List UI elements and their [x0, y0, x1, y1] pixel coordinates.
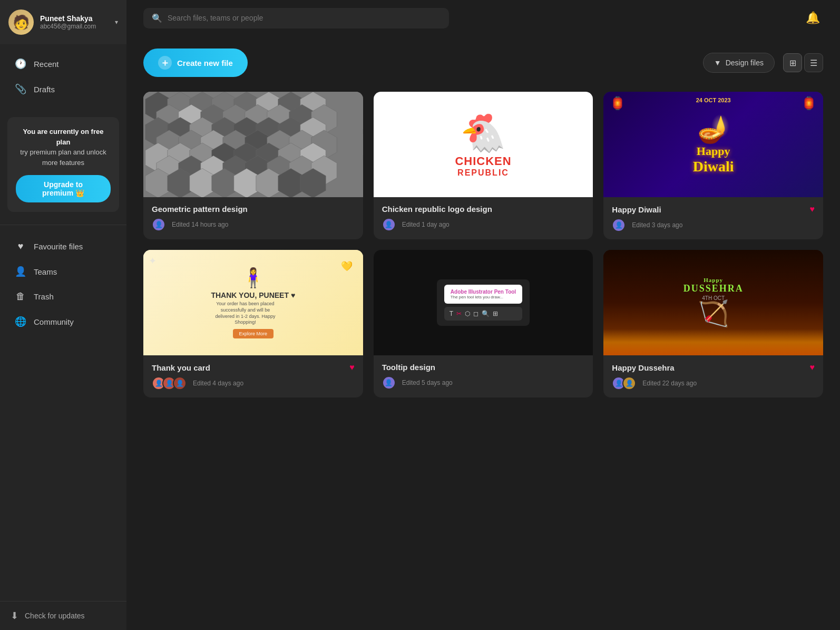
- upgrade-button[interactable]: Upgrade to premium 👑: [16, 175, 111, 202]
- create-button-label: Create new file: [177, 59, 233, 67]
- file-meta: 👤 Edited 1 day ago: [382, 218, 585, 231]
- file-meta: 👤 Edited 5 days ago: [382, 376, 585, 390]
- file-card-info: Geometric pattern design 👤 Edited 14 hou…: [143, 197, 363, 239]
- file-avatars: 👤: [382, 218, 393, 231]
- check-updates-label: Check for updates: [25, 612, 85, 620]
- file-meta: 👤 👤 Edited 22 days ago: [612, 376, 815, 390]
- file-thumbnail: 🧍‍♀️ THANK YOU, PUNEET ♥ Your order has …: [143, 250, 363, 355]
- notification-button[interactable]: 🔔: [802, 7, 823, 28]
- avatar: 🧑: [8, 9, 34, 35]
- files-grid: Geometric pattern design 👤 Edited 14 hou…: [143, 92, 823, 398]
- promo-text: You are currently on free plantry premiu…: [16, 127, 111, 168]
- sidebar-item-community-label: Community: [34, 317, 74, 326]
- teams-icon: 👤: [15, 266, 26, 277]
- avatar: 👤: [382, 376, 396, 390]
- content-area: ＋ Create new file ▼ Design files ⊞ ☰ Geo…: [126, 36, 840, 410]
- sidebar-item-favourites[interactable]: ♥ Favourite files: [4, 235, 122, 258]
- trash-icon: 🗑: [15, 291, 26, 302]
- sidebar: 🧑 Puneet Shakya abc456@gmail.com ▾ 🕐 Rec…: [0, 0, 126, 630]
- sidebar-item-teams[interactable]: 👤 Teams: [4, 259, 122, 284]
- filter-button[interactable]: ▼ Design files: [703, 53, 775, 73]
- file-thumbnail: 🐔 CHICKEN REPUBLIC: [374, 92, 593, 197]
- file-thumbnail: 24 OCT 2023 🪔 Happy Diwali 🏮 🏮: [603, 92, 823, 197]
- toolbar-row: ＋ Create new file ▼ Design files ⊞ ☰: [143, 49, 823, 77]
- filter-icon: ▼: [714, 59, 721, 67]
- file-title: Tooltip design: [382, 363, 435, 372]
- file-meta: 👤 Edited 14 hours ago: [152, 218, 355, 231]
- file-avatars: 👤: [152, 218, 162, 231]
- heart-icon: ♥: [349, 363, 355, 372]
- sidebar-footer-updates[interactable]: ⬇ Check for updates: [0, 601, 126, 630]
- heart-icon: ♥: [809, 363, 815, 372]
- search-icon: 🔍: [152, 13, 162, 23]
- file-avatars: 👤: [612, 218, 622, 232]
- sidebar-item-drafts-label: Drafts: [34, 85, 55, 94]
- sidebar-item-trash[interactable]: 🗑 Trash: [4, 285, 122, 308]
- sidebar-item-teams-label: Teams: [34, 267, 57, 276]
- avatar: 👤: [382, 218, 396, 231]
- file-title: Chicken republic logo design: [382, 205, 492, 214]
- file-card-tooltip[interactable]: Adobe Illustrator Pen Tool The pen tool …: [374, 250, 593, 398]
- avatar: 👤: [612, 218, 626, 232]
- file-card-diwali[interactable]: 24 OCT 2023 🪔 Happy Diwali 🏮 🏮 Happy Diw…: [603, 92, 823, 239]
- file-title: Happy Diwali: [612, 205, 661, 214]
- promo-block: You are currently on free plantry premiu…: [7, 117, 119, 212]
- user-profile[interactable]: 🧑 Puneet Shakya abc456@gmail.com ▾: [0, 0, 126, 44]
- search-input[interactable]: [168, 14, 441, 22]
- user-email: abc456@gmail.com: [40, 23, 109, 30]
- sidebar-bottom-nav: ♥ Favourite files 👤 Teams 🗑 Trash 🌐 Comm…: [0, 229, 126, 339]
- view-toggle: ⊞ ☰: [783, 53, 823, 72]
- sidebar-item-trash-label: Trash: [34, 292, 54, 301]
- download-icon: ⬇: [11, 610, 18, 622]
- file-title: Geometric pattern design: [152, 205, 248, 214]
- file-avatars: 👤 👤: [612, 376, 633, 390]
- filter-label: Design files: [726, 59, 764, 67]
- avatar: 👤: [622, 376, 636, 390]
- grid-view-button[interactable]: ⊞: [783, 53, 802, 72]
- file-card-info: Thank you card ♥ 👤 👤 👤 Edited 4 days ago: [143, 355, 363, 398]
- file-card-info: Chicken republic logo design 👤 Edited 1 …: [374, 197, 593, 239]
- clock-icon: 🕐: [15, 58, 26, 70]
- file-card-thankyou[interactable]: 🧍‍♀️ THANK YOU, PUNEET ♥ Your order has …: [143, 250, 363, 398]
- heart-icon: ♥: [15, 241, 26, 252]
- heart-icon: ♥: [809, 205, 815, 214]
- list-view-button[interactable]: ☰: [804, 53, 823, 72]
- sidebar-item-recent-label: Recent: [34, 60, 59, 69]
- plus-icon: ＋: [158, 56, 172, 70]
- search-bar[interactable]: 🔍: [143, 8, 449, 28]
- avatar: 👤: [173, 376, 187, 390]
- file-edited: Edited 5 days ago: [402, 379, 453, 386]
- file-edited: Edited 22 days ago: [642, 380, 697, 387]
- main-content: 🔍 🔔 ＋ Create new file ▼ Design files ⊞ ☰: [126, 0, 840, 630]
- file-meta: 👤 Edited 3 days ago: [612, 218, 815, 232]
- file-card-dussehra[interactable]: Happy DUSSEHRA 4TH OCT 🏹 Happy Dussehra …: [603, 250, 823, 398]
- file-meta: 👤 👤 👤 Edited 4 days ago: [152, 376, 355, 390]
- file-edited: Edited 3 days ago: [632, 221, 682, 229]
- file-card-info: Happy Dussehra ♥ 👤 👤 Edited 22 days ago: [603, 355, 823, 398]
- file-edited: Edited 1 day ago: [402, 221, 450, 228]
- file-avatars: 👤 👤 👤: [152, 376, 183, 390]
- file-avatars: 👤: [382, 376, 393, 390]
- sidebar-top-nav: 🕐 Recent 📎 Drafts: [0, 44, 126, 109]
- sidebar-item-recent[interactable]: 🕐 Recent: [4, 52, 122, 76]
- file-card-geometric[interactable]: Geometric pattern design 👤 Edited 14 hou…: [143, 92, 363, 239]
- file-title: Happy Dussehra: [612, 363, 674, 372]
- community-icon: 🌐: [15, 316, 26, 327]
- sidebar-item-community[interactable]: 🌐 Community: [4, 309, 122, 334]
- drafts-icon: 📎: [15, 83, 26, 95]
- file-thumbnail: [143, 92, 363, 197]
- file-thumbnail: Happy DUSSEHRA 4TH OCT 🏹: [603, 250, 823, 355]
- file-edited: Edited 4 days ago: [193, 380, 243, 387]
- file-card-chicken[interactable]: 🐔 CHICKEN REPUBLIC Chicken republic logo…: [374, 92, 593, 239]
- avatar: 👤: [152, 218, 165, 231]
- file-edited: Edited 14 hours ago: [172, 221, 228, 228]
- file-title: Thank you card: [152, 363, 210, 372]
- user-name: Puneet Shakya: [40, 14, 109, 23]
- file-card-info: Tooltip design 👤 Edited 5 days ago: [374, 355, 593, 397]
- file-card-info: Happy Diwali ♥ 👤 Edited 3 days ago: [603, 197, 823, 239]
- create-new-file-button[interactable]: ＋ Create new file: [143, 49, 248, 77]
- chevron-down-icon: ▾: [115, 18, 118, 26]
- sidebar-item-drafts[interactable]: 📎 Drafts: [4, 77, 122, 101]
- divider: [0, 225, 126, 225]
- sidebar-item-favourites-label: Favourite files: [34, 242, 83, 251]
